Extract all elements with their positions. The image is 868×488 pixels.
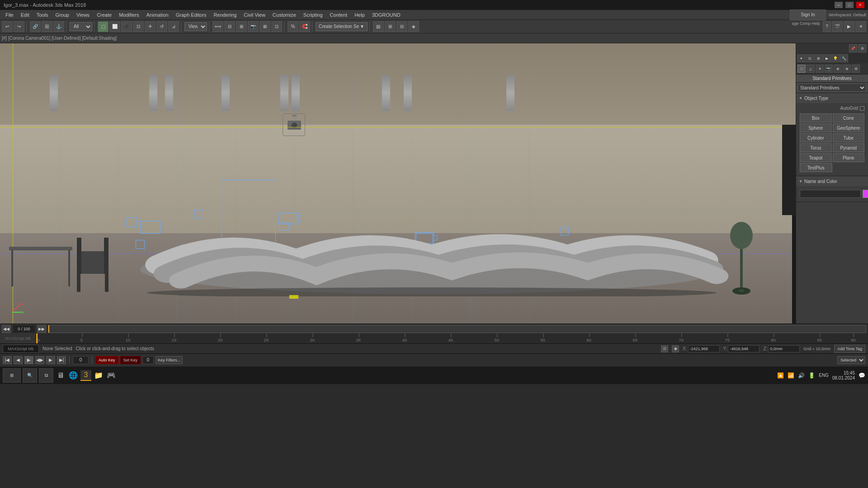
minimize-button[interactable]: ─ [835, 2, 843, 8]
autogrid-checkbox[interactable] [860, 106, 864, 111]
selected-dropdown[interactable]: Selected [837, 356, 865, 364]
network-icon[interactable]: 📶 [788, 372, 794, 379]
rp-tab-hierarchy[interactable]: ⊞ [814, 54, 822, 62]
taskbar-ie-icon[interactable]: 🖥 [55, 370, 66, 381]
menu-modifiers[interactable]: Modifiers [115, 11, 143, 19]
rp-tab-modify[interactable]: ⊡ [806, 54, 814, 62]
timeline-ruler[interactable]: 0 5 10 15 20 25 30 35 40 45 50 [36, 333, 868, 343]
rp-subtab-geometry[interactable]: ⬡ [797, 65, 806, 73]
rp-subtab-spacewarps[interactable]: ⊗ [843, 65, 851, 73]
play-button[interactable]: ▶ [24, 356, 33, 364]
textplus-button[interactable]: TextPlus [800, 163, 832, 172]
box-button[interactable]: Box [800, 113, 832, 122]
prev-frame-button[interactable]: ◀ [14, 356, 23, 364]
coord-x-value[interactable]: -2421,968 [688, 345, 720, 352]
rp-tab-motion[interactable]: ▶ [823, 54, 831, 62]
coord-toggle-button[interactable]: ⊡ [661, 345, 668, 352]
rp-tab-utilities[interactable]: 🔧 [840, 54, 848, 62]
coord-type-button[interactable]: ◉ [672, 345, 679, 352]
array-button[interactable]: ⊞ [236, 21, 247, 32]
object-name-input[interactable] [800, 190, 861, 198]
rp-subtab-shapes[interactable]: △ [807, 65, 815, 73]
select-window-button[interactable]: ⬛ [121, 21, 132, 32]
geosphere-button[interactable]: GeoSphere [833, 123, 865, 132]
language-label[interactable]: ENG [819, 373, 829, 378]
timeline-next-button[interactable]: ▶▶ [37, 325, 46, 333]
primitives-type-dropdown[interactable]: Standard Primitives [798, 84, 866, 92]
move-button[interactable]: ✛ [145, 21, 156, 32]
render-button[interactable]: ▶ [844, 21, 854, 32]
menu-create[interactable]: Create [93, 11, 115, 19]
battery-icon[interactable]: 🔋 [808, 372, 815, 379]
menu-graph-editors[interactable]: Graph Editors [172, 11, 210, 19]
go-to-start-button[interactable]: |◀ [3, 356, 12, 364]
menu-3dground[interactable]: 3DGROUND [368, 11, 404, 19]
unlink-button[interactable]: ⛓ [42, 21, 52, 32]
go-to-end-button[interactable]: ▶| [57, 356, 66, 364]
taskbar-explorer-icon[interactable]: 📁 [93, 370, 104, 381]
taskbar-chrome-icon[interactable]: 🌐 [68, 370, 79, 381]
plane-button[interactable]: Plane [833, 153, 865, 162]
mirror-button[interactable]: ⟺ [212, 21, 223, 32]
material-editor-button[interactable]: ◈ [408, 21, 419, 32]
help-button[interactable]: ? [823, 21, 831, 32]
snapshot-button[interactable]: 📷 [248, 21, 259, 32]
tray-icon-1[interactable]: 🔼 [777, 372, 784, 379]
tube-button[interactable]: Tube [833, 133, 865, 142]
menu-tools[interactable]: Tools [33, 11, 52, 19]
menu-file[interactable]: File [2, 11, 17, 19]
menu-edit[interactable]: Edit [17, 11, 33, 19]
menu-animation[interactable]: Animation [143, 11, 172, 19]
rp-subtab-helpers[interactable]: ⊕ [834, 65, 842, 73]
menu-views[interactable]: Views [73, 11, 93, 19]
coord-z-value[interactable]: 0,0mm [768, 345, 800, 352]
render-setup-button[interactable]: 🎬 [832, 21, 843, 32]
bind-button[interactable]: ⚓ [53, 21, 64, 32]
task-view-button[interactable]: ⧉ [39, 368, 53, 383]
cone-button[interactable]: Cone [833, 113, 865, 122]
close-button[interactable]: ✕ [856, 2, 864, 8]
snap-button[interactable]: 🧲 [299, 21, 310, 32]
maximize-button[interactable]: □ [845, 2, 854, 8]
activeshade-button[interactable]: ☀ [855, 21, 866, 32]
viewport[interactable]: Y X [0, 43, 796, 324]
view-dropdown[interactable]: View [184, 22, 207, 31]
key-filters-button[interactable]: Key Filters... [156, 356, 183, 364]
rp-pin-button[interactable]: 📌 [849, 44, 857, 52]
menu-content[interactable]: Content [326, 11, 351, 19]
sphere-button[interactable]: Sphere [800, 123, 832, 132]
notification-icon[interactable]: 💬 [859, 372, 865, 379]
explorer-button[interactable]: ⊟ [396, 21, 407, 32]
rp-tab-create[interactable]: ✦ [797, 54, 805, 62]
menu-civil-view[interactable]: Civil View [240, 11, 269, 19]
menu-scripting[interactable]: Scripting [300, 11, 326, 19]
rp-tab-display[interactable]: 💡 [831, 54, 840, 62]
timeline-track[interactable] [48, 325, 866, 333]
link-button[interactable]: 🔗 [30, 21, 41, 32]
set-key-button[interactable]: Set Key [120, 356, 141, 364]
volume-icon[interactable]: 🔊 [798, 372, 805, 379]
teapot-button[interactable]: Teapot [800, 153, 832, 162]
rp-subtab-lights[interactable]: ☀ [816, 65, 824, 73]
frame-input[interactable] [73, 356, 89, 364]
add-time-tag-button[interactable]: Add Time Tag [834, 345, 865, 353]
menu-group[interactable]: Group [52, 11, 73, 19]
coord-y-value[interactable]: -4916,948 [728, 345, 760, 352]
color-swatch[interactable] [863, 190, 868, 198]
undo-button[interactable]: ↩ [2, 21, 13, 32]
cylinder-button[interactable]: Cylinder [800, 133, 832, 142]
rp-subtab-cameras[interactable]: 📷 [825, 65, 833, 73]
select-crossing-button[interactable]: ⊡ [133, 21, 144, 32]
select-object-button[interactable]: ▢ [98, 21, 108, 32]
create-selection-set-button[interactable]: Create Selection Se ▼ [316, 22, 368, 31]
auto-key-button[interactable]: Auto Key [95, 356, 118, 364]
clone-button[interactable]: ⊡ [271, 21, 282, 32]
graph-view-button[interactable]: ⊞ [385, 21, 396, 32]
search-button[interactable]: 🔍 [23, 368, 37, 383]
rotate-button[interactable]: ↺ [156, 21, 167, 32]
percent-button[interactable]: % [288, 21, 298, 32]
menu-customize[interactable]: Customize [269, 11, 300, 19]
menu-help[interactable]: Help [351, 11, 368, 19]
pyramid-button[interactable]: Pyramid [833, 143, 865, 152]
spacing-button[interactable]: ⊠ [259, 21, 270, 32]
